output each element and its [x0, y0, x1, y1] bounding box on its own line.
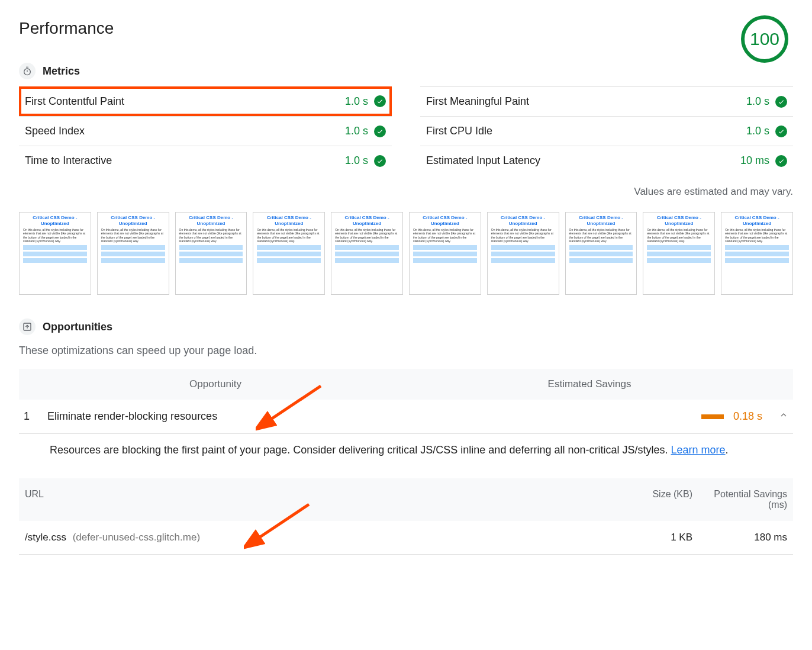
filmstrip-frame: Critical CSS Demo - Unoptimized On this …	[721, 212, 793, 295]
resource-size: 1 KB	[598, 532, 692, 543]
filmstrip-frame: Critical CSS Demo - Unoptimized On this …	[643, 212, 715, 295]
resource-table-header: URL Size (KB) Potential Savings (ms)	[19, 478, 793, 521]
metric-row[interactable]: Time to Interactive 1.0 s	[19, 146, 392, 175]
metric-row[interactable]: Estimated Input Latency 10 ms	[420, 146, 793, 175]
metric-row[interactable]: Speed Index 1.0 s	[19, 116, 392, 146]
metric-value: 1.0 s	[746, 95, 769, 108]
metrics-label: Metrics	[43, 65, 80, 78]
metric-row[interactable]: First Meaningful Paint 1.0 s	[420, 86, 793, 116]
filmstrip-frame: Critical CSS Demo - Unoptimized On this …	[19, 212, 91, 295]
check-icon	[775, 126, 787, 137]
resource-row: /style.css (defer-unused-css.glitch.me) …	[19, 521, 793, 555]
performance-score: 100	[741, 15, 788, 63]
metrics-footnote: Values are estimated and may vary.	[19, 186, 793, 198]
metric-label: First Contentful Paint	[25, 95, 124, 108]
learn-more-link[interactable]: Learn more	[671, 444, 726, 456]
metric-row[interactable]: First Contentful Paint 1.0 s	[19, 86, 392, 116]
savings-column-header: Potential Savings (ms)	[692, 489, 787, 510]
metric-value: 1.0 s	[746, 125, 769, 137]
filmstrip-frame: Critical CSS Demo - Unoptimized On this …	[331, 212, 403, 295]
check-icon	[374, 95, 386, 107]
filmstrip-frame: Critical CSS Demo - Unoptimized On this …	[565, 212, 637, 295]
opportunities-section-header: Opportunities	[19, 318, 793, 335]
metric-value: 1.0 s	[345, 155, 368, 167]
opportunities-label: Opportunities	[43, 321, 112, 333]
stopwatch-icon	[19, 63, 36, 79]
metric-label: First CPU Idle	[426, 125, 492, 137]
check-icon	[374, 155, 386, 167]
metric-label: Estimated Input Latency	[426, 155, 540, 167]
savings-column-header: Estimated Savings	[249, 378, 788, 390]
resource-path: /style.css	[25, 532, 66, 543]
filmstrip-frame: Critical CSS Demo - Unoptimized On this …	[409, 212, 481, 295]
check-icon	[775, 155, 787, 167]
opportunity-name: Eliminate render-blocking resources	[47, 410, 701, 423]
metric-label: First Meaningful Paint	[426, 95, 529, 108]
metric-row[interactable]: First CPU Idle 1.0 s	[420, 116, 793, 146]
resource-host: (defer-unused-css.glitch.me)	[73, 532, 200, 543]
filmstrip: Critical CSS Demo - Unoptimized On this …	[19, 212, 793, 295]
opportunity-time: 0.18 s	[733, 410, 762, 423]
metric-label: Speed Index	[25, 125, 85, 137]
filmstrip-frame: Critical CSS Demo - Unoptimized On this …	[253, 212, 325, 295]
metrics-section-header: Metrics	[19, 63, 793, 79]
size-column-header: Size (KB)	[598, 489, 692, 510]
metric-value: 10 ms	[740, 155, 769, 167]
filmstrip-frame: Critical CSS Demo - Unoptimized On this …	[97, 212, 169, 295]
opportunity-row[interactable]: 1 Eliminate render-blocking resources 0.…	[19, 400, 793, 434]
filmstrip-frame: Critical CSS Demo - Unoptimized On this …	[487, 212, 559, 295]
opportunities-table-header: Opportunity Estimated Savings	[19, 369, 793, 400]
opportunity-number: 1	[24, 410, 47, 423]
opportunity-column-header: Opportunity	[24, 378, 249, 390]
opportunities-icon	[19, 318, 36, 335]
opportunities-description: These optimizations can speed up your pa…	[19, 345, 793, 357]
resource-savings: 180 ms	[692, 532, 787, 543]
metric-value: 1.0 s	[345, 95, 368, 108]
filmstrip-frame: Critical CSS Demo - Unoptimized On this …	[175, 212, 247, 295]
check-icon	[374, 126, 386, 137]
url-column-header: URL	[25, 489, 598, 510]
savings-bar	[701, 414, 724, 419]
page-title: Performance	[19, 19, 114, 38]
metric-value: 1.0 s	[345, 125, 368, 137]
opportunity-detail: Resources are blocking the first paint o…	[19, 434, 793, 466]
metric-label: Time to Interactive	[25, 155, 112, 167]
check-icon	[775, 96, 787, 108]
opportunity-detail-text: Resources are blocking the first paint o…	[50, 444, 671, 456]
chevron-up-icon[interactable]	[779, 410, 788, 423]
